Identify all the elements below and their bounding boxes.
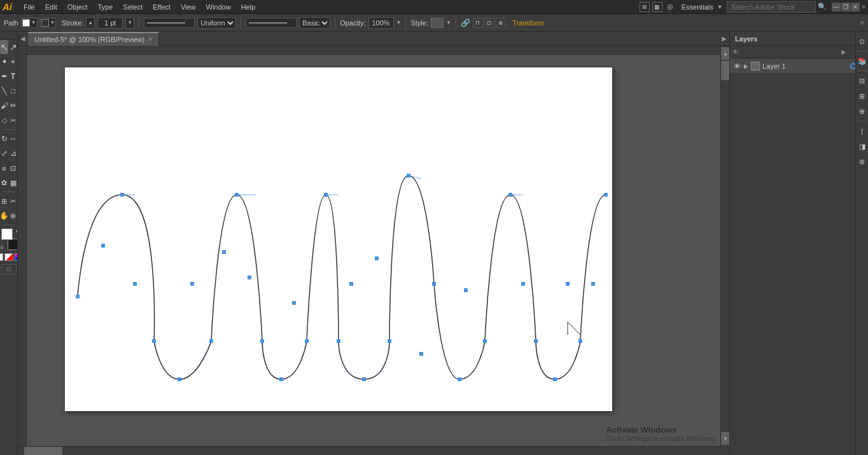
line-segment-tool[interactable]: ╲ (0, 84, 8, 98)
zoom-tool[interactable]: ⊕ (9, 209, 17, 223)
default-colors-icon[interactable]: ⊙ (0, 245, 4, 250)
stroke-weight-down[interactable]: ▼ (125, 17, 134, 29)
left-panel-collapse[interactable]: ◀ (18, 35, 28, 42)
scrollbar-up-button[interactable]: ▲ (721, 47, 729, 60)
menu-help[interactable]: Help (236, 2, 261, 12)
menu-edit[interactable]: Edit (40, 2, 62, 12)
free-transform-tool[interactable]: ⊡ (9, 161, 17, 175)
bridge-icon[interactable]: ◎ (665, 2, 675, 12)
essentials-button[interactable]: Essentials (678, 2, 717, 12)
scale-tool[interactable]: ⤢ (0, 146, 8, 160)
link-icon[interactable]: 🔗 (461, 18, 470, 27)
document-tab[interactable]: Untitled-5* @ 100% (RGB/Preview) × (28, 32, 159, 46)
warp-tool[interactable]: ⌀ (0, 161, 8, 175)
opacity-input[interactable] (368, 17, 394, 29)
options-expand-icon[interactable]: ≡ (860, 19, 864, 26)
workspace-icon[interactable]: ▦ (652, 2, 662, 12)
artboard-tool[interactable]: ⊞ (0, 194, 8, 208)
scissors-tool[interactable]: ✂ (9, 113, 17, 127)
paintbrush-tool[interactable]: 🖌 (0, 99, 8, 113)
rotate-tool[interactable]: ↻ (0, 132, 8, 146)
layer-1-row[interactable]: 👁 ▶ Layer 1 (730, 59, 868, 74)
fill-icon[interactable] (0, 253, 3, 261)
menu-file[interactable]: File (18, 2, 40, 12)
magic-wand-tool[interactable]: ✦ (0, 55, 8, 69)
menu-type[interactable]: Type (93, 2, 118, 12)
right-panel-collapse[interactable]: ▶ (719, 35, 729, 42)
rectangle-tool[interactable]: □ (9, 84, 17, 98)
appearance-icon[interactable]: ⊚ (856, 155, 869, 168)
style-dropdown-icon[interactable]: ▼ (446, 20, 451, 25)
brush-preview[interactable] (246, 18, 297, 28)
layer-visibility-toggle[interactable]: 👁 (732, 62, 741, 71)
target-header[interactable]: ▶ (841, 48, 854, 55)
opacity-dropdown-icon[interactable]: ▼ (396, 20, 402, 25)
horizontal-scroll-thumb[interactable] (24, 447, 62, 455)
convert-anchor-button[interactable]: ⊕ (496, 18, 506, 28)
stroke-type-select[interactable]: Uniform (197, 17, 236, 29)
close-button[interactable]: ✕ (851, 3, 860, 11)
fill-color-swatch[interactable]: ▼ (40, 18, 57, 28)
hand-tool[interactable]: ✋ (0, 209, 8, 223)
vertical-scroll-thumb[interactable] (721, 61, 729, 80)
tool-separator-3 (3, 225, 15, 225)
pen-tool[interactable]: ✒ (0, 69, 8, 83)
tab-close-button[interactable]: × (148, 36, 152, 43)
svg-rect-9 (279, 377, 283, 381)
libraries-icon[interactable]: 📚 (856, 55, 869, 67)
align-icon[interactable]: ⊟ (856, 74, 869, 87)
search-input[interactable] (727, 1, 816, 13)
symbol-sprayer-tool[interactable]: ✿ (0, 176, 8, 190)
stroke-up-arrow[interactable]: ▲ (87, 20, 94, 25)
none-icon[interactable] (4, 253, 13, 261)
reflect-tool[interactable]: ↔ (9, 132, 17, 146)
column-graph-tool[interactable]: ▦ (9, 176, 17, 190)
direct-selection-tool[interactable]: ↗ (9, 40, 17, 54)
smooth-anchor-button[interactable]: ⊓ (473, 18, 483, 28)
screen-mode-button[interactable]: □ (1, 264, 17, 274)
panel-options-icon[interactable]: ≡ (862, 4, 865, 10)
shear-tool[interactable]: ⊿ (9, 146, 17, 160)
stroke-dropdown-arrow[interactable]: ▼ (31, 20, 36, 25)
arrange-windows-icon[interactable]: ⊞ (640, 2, 650, 12)
minimize-button[interactable]: — (832, 3, 841, 11)
slice-tool[interactable]: ✂ (9, 194, 17, 208)
horizontal-scrollbar[interactable] (18, 446, 720, 455)
eraser-tool[interactable]: ◇ (0, 113, 8, 127)
pencil-tool[interactable]: ✏ (9, 99, 17, 113)
menu-effect[interactable]: Effect (148, 2, 176, 12)
selection-tool[interactable]: ↖ (0, 40, 8, 54)
menu-select[interactable]: Select (118, 2, 148, 12)
search-icon[interactable]: 🔍 (818, 3, 827, 11)
style-preview[interactable] (431, 18, 444, 28)
stroke-panel-icon[interactable]: | (856, 125, 869, 137)
lasso-tool[interactable]: ⌖ (9, 55, 17, 69)
menu-window[interactable]: Window (201, 2, 236, 12)
pathfinder-icon[interactable]: ⊕ (856, 105, 869, 118)
transform-button[interactable]: Transform (512, 19, 544, 27)
transform-icon[interactable]: ⊞ (856, 90, 869, 102)
stroke-weight-control[interactable]: ▲ (86, 17, 95, 29)
properties-icon[interactable]: ⊙ (856, 35, 869, 48)
canvas-scroll-area[interactable] (27, 55, 720, 446)
background-color-swatch[interactable] (8, 239, 18, 250)
brush-select[interactable]: Basic (299, 17, 330, 29)
maximize-button[interactable]: ❐ (841, 3, 850, 11)
corner-anchor-button[interactable]: ⊡ (484, 18, 494, 28)
scroll-down-arrow: ▼ (721, 432, 729, 445)
menu-object[interactable]: Object (62, 2, 93, 12)
menu-view[interactable]: View (176, 2, 201, 12)
svg-rect-18 (483, 339, 487, 343)
vertical-scrollbar[interactable]: ▲ ▼ (720, 46, 729, 446)
foreground-color-swatch[interactable] (1, 228, 13, 240)
stroke-style-preview[interactable] (144, 18, 195, 28)
stroke-down-arrow[interactable]: ▼ (126, 20, 134, 25)
essentials-dropdown-icon[interactable]: ▼ (717, 4, 723, 10)
scrollbar-down-button[interactable]: ▼ (721, 432, 729, 445)
stroke-color-swatch[interactable]: ▼ (21, 18, 38, 28)
layer-expand-icon[interactable]: ▶ (744, 63, 748, 69)
stroke-weight-input[interactable] (97, 17, 123, 29)
fill-dropdown-arrow[interactable]: ▼ (50, 20, 55, 25)
type-tool[interactable]: T (9, 69, 17, 83)
gradient-panel-icon[interactable]: ◨ (856, 140, 869, 153)
